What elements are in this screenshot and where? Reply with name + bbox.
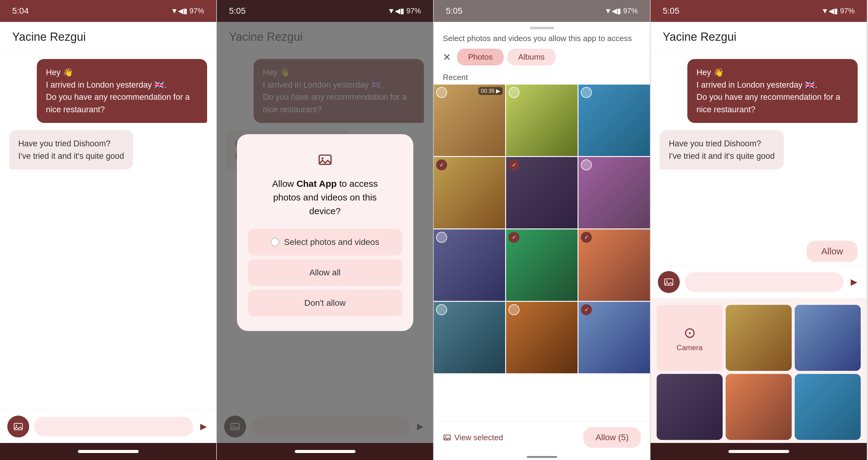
status-bar-3: 5:05 ▼◀▮ 97% [434, 0, 650, 22]
chat-screen-4: Yacine Rezgui Hey 👋I arrived in London y… [651, 22, 867, 443]
picker-nav-pill [527, 456, 557, 458]
photo-check-11 [508, 304, 520, 315]
photo-check-5 [508, 159, 520, 171]
status-icons-2: ▼◀▮ 97% [388, 7, 421, 15]
received-bubble-4: Have you tried Dishoom?I've tried it and… [660, 130, 784, 170]
photo-check-9 [581, 232, 592, 243]
message-input-1[interactable] [34, 417, 193, 436]
view-selected-label: View selected [454, 433, 503, 442]
photo-cell-5[interactable] [506, 157, 578, 228]
screen4-frame: 5:05 ▼◀▮ 97% Yacine Rezgui Hey 👋I arrive… [651, 0, 867, 460]
photo-check-4 [436, 159, 447, 171]
photo-picker: Select photos and videos you allow this … [434, 22, 650, 460]
send-button-1[interactable]: ► [198, 420, 209, 433]
photo-cell-7[interactable] [434, 229, 505, 301]
photo-cell-3[interactable] [579, 85, 650, 156]
camera-icon: ⊙ [684, 324, 696, 341]
nav-pill-1 [78, 450, 139, 453]
picker-close-button[interactable]: ✕ [443, 52, 451, 63]
option-dont-allow-label: Don't allow [304, 298, 345, 308]
chat-body-1: Hey 👋I arrived in London yesterday 🇬🇧.Do… [0, 50, 216, 409]
chat-header-4: Yacine Rezgui [651, 22, 867, 50]
view-selected-btn[interactable]: View selected [443, 433, 503, 442]
chat-header-1: Yacine Rezgui [0, 22, 216, 50]
photo-check-1 [436, 87, 447, 98]
message-input-4[interactable] [685, 272, 844, 292]
photo-cell-1[interactable]: 00:35 ▶ [434, 85, 505, 156]
permission-card: Allow Chat App to accessphotos and video… [237, 134, 413, 331]
permission-option-allow-all[interactable]: Allow all [248, 259, 402, 286]
radio-select [271, 238, 279, 246]
permission-icon [314, 149, 336, 171]
media-button-1[interactable] [7, 416, 29, 437]
photo-check-2 [508, 87, 520, 98]
chat-input-bar-4: ► [651, 265, 867, 299]
option-select-label: Select photos and videos [284, 237, 379, 247]
status-bar-2: 5:05 ▼◀▮ 97% [217, 0, 433, 22]
tray-photo-2[interactable] [795, 305, 861, 371]
nav-bar-4 [651, 443, 867, 460]
tray-photo-4[interactable] [726, 374, 792, 440]
nav-bar-2 [217, 443, 433, 460]
status-bar-4: 5:05 ▼◀▮ 97% [651, 0, 867, 22]
tray-photo-1[interactable] [726, 305, 792, 371]
status-icons-3: ▼◀▮ 97% [604, 7, 638, 15]
camera-cell[interactable]: ⊙ Camera [657, 305, 723, 371]
photo-check-7 [436, 232, 447, 243]
chat-body-4: Hey 👋I arrived in London yesterday 🇬🇧.Do… [651, 50, 867, 238]
nav-pill-4 [728, 450, 789, 453]
picker-header-text: Select photos and videos you allow this … [434, 33, 650, 49]
photo-cell-8[interactable] [506, 229, 578, 301]
photo-cell-2[interactable] [506, 85, 578, 156]
picker-tabs: ✕ Photos Albums [434, 49, 650, 70]
status-icons-1: ▼◀▮ 97% [171, 7, 204, 15]
chat-screen-1: Yacine Rezgui Hey 👋I arrived in London y… [0, 22, 216, 443]
photo-cell-12[interactable] [579, 302, 650, 373]
tray-photo-5[interactable] [795, 374, 861, 440]
status-bar-1: 5:04 ▼◀▮ 97% [0, 0, 216, 22]
permission-overlay: Allow Chat App to accessphotos and video… [217, 22, 433, 443]
nav-bar-1 [0, 443, 216, 460]
section-label-recent: Recent [434, 70, 650, 85]
photo-cell-4[interactable] [434, 157, 505, 228]
allow-row: Allow [651, 238, 867, 265]
permission-option-dont-allow[interactable]: Don't allow [248, 289, 402, 316]
photo-grid: 00:35 ▶ [434, 85, 650, 373]
tray-photo-3[interactable] [657, 374, 723, 440]
permission-option-select[interactable]: Select photos and videos [248, 229, 402, 255]
allow-button-4[interactable]: Allow [807, 241, 858, 262]
photo-cell-11[interactable] [506, 302, 578, 373]
photo-cell-6[interactable] [579, 157, 650, 228]
status-time-2: 5:05 [229, 6, 246, 16]
photo-check-12 [581, 304, 592, 315]
received-bubble-1: Have you tried Dishoom?I've tried it and… [9, 130, 133, 170]
status-time-3: 5:05 [446, 6, 463, 16]
media-tray: ⊙ Camera [651, 299, 867, 443]
sent-bubble-1: Hey 👋I arrived in London yesterday 🇬🇧.Do… [37, 59, 207, 123]
photo-check-3 [581, 87, 592, 98]
chat-input-bar-1: ► [0, 409, 216, 443]
send-button-4[interactable]: ► [848, 276, 860, 288]
svg-point-9 [666, 280, 668, 282]
tab-albums[interactable]: Albums [507, 49, 556, 65]
picker-footer: View selected Allow (5) [434, 421, 650, 454]
status-time-1: 5:04 [12, 6, 29, 16]
media-button-4[interactable] [658, 271, 680, 293]
photo-check-6 [581, 159, 592, 171]
screen2-frame: 5:05 ▼◀▮ 97% Yacine Rezgui Hey 👋I arrive… [217, 0, 434, 460]
screen3-frame: 5:05 ▼◀▮ 97% Select photos and videos yo… [434, 0, 651, 460]
picker-handle [530, 27, 554, 29]
sent-bubble-4: Hey 👋I arrived in London yesterday 🇬🇧.Do… [687, 59, 858, 123]
video-badge-1: 00:35 ▶ [478, 87, 503, 95]
status-icons-4: ▼◀▮ 97% [822, 7, 855, 15]
allow-button[interactable]: Allow (5) [583, 427, 641, 448]
photo-check-10 [436, 304, 447, 315]
camera-label: Camera [677, 343, 703, 352]
svg-point-5 [321, 157, 323, 159]
screen1-frame: 5:04 ▼◀▮ 97% Yacine Rezgui Hey 👋I arrive… [0, 0, 217, 460]
photo-cell-9[interactable] [579, 229, 650, 301]
permission-title: Allow Chat App to accessphotos and video… [272, 177, 378, 218]
photo-cell-10[interactable] [434, 302, 505, 373]
tab-photos[interactable]: Photos [457, 49, 504, 65]
option-allow-all-label: Allow all [309, 268, 341, 277]
